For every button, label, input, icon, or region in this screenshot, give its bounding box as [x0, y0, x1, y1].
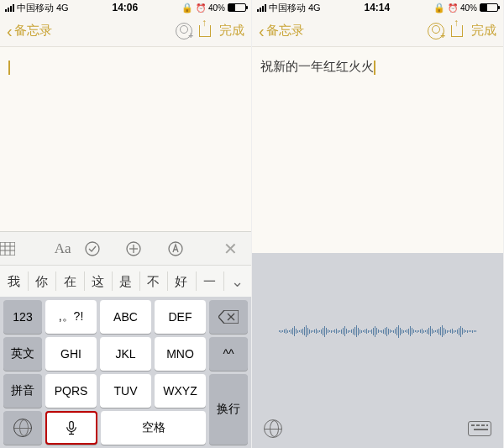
- suggestion-bar: 我 你 在 这 是 不 好 一 ⌄: [0, 265, 251, 297]
- chevron-left-icon: ‹: [259, 23, 265, 40]
- signal-icon: [5, 4, 14, 12]
- key-abc[interactable]: ABC: [100, 300, 151, 334]
- done-button[interactable]: 完成: [471, 23, 496, 39]
- format-toolbar: Aa ✕: [0, 231, 251, 265]
- status-bar: 中国移动 4G 14:14 🔒 ⏰ 40%: [252, 0, 503, 15]
- lock-icon: 🔒: [181, 3, 193, 13]
- phone-left: 中国移动 4G 14:06 🔒 ⏰ 40% ‹ 备忘录 完成 Aa: [0, 0, 252, 448]
- carrier-label: 中国移动: [17, 2, 54, 14]
- nav-bar: ‹ 备忘录 完成: [252, 15, 503, 47]
- suggestion-expand-icon[interactable]: ⌄: [223, 266, 251, 297]
- svg-rect-12: [70, 422, 74, 430]
- suggestion[interactable]: 在: [55, 266, 83, 297]
- back-label: 备忘录: [14, 23, 52, 39]
- dictation-panel: [252, 253, 503, 448]
- note-body[interactable]: [0, 47, 251, 231]
- svg-point-5: [86, 242, 99, 256]
- done-button[interactable]: 完成: [219, 23, 244, 39]
- network-label: 4G: [308, 3, 321, 13]
- suggestion[interactable]: 我: [0, 266, 28, 297]
- signal-icon: [257, 4, 266, 12]
- back-label: 备忘录: [266, 23, 304, 39]
- alarm-icon: ⏰: [448, 3, 458, 13]
- back-button[interactable]: ‹ 备忘录: [7, 23, 52, 40]
- key-def[interactable]: DEF: [155, 300, 206, 334]
- key-tuv[interactable]: TUV: [100, 374, 151, 408]
- battery-percent: 40%: [460, 3, 477, 13]
- back-button[interactable]: ‹ 备忘录: [259, 23, 304, 40]
- table-icon[interactable]: [0, 242, 42, 256]
- add-icon[interactable]: [125, 240, 167, 257]
- dismiss-keyboard-icon[interactable]: ✕: [209, 239, 251, 259]
- suggestion[interactable]: 是: [112, 266, 139, 297]
- key-pinyin[interactable]: 拼音: [3, 374, 42, 408]
- keyboard: 123 ,。?! ABC DEF 英文 GHI JKL MNO ^^ 拼音 PQ…: [0, 297, 251, 448]
- alarm-icon: ⏰: [196, 3, 206, 13]
- status-time: 14:06: [69, 2, 181, 13]
- battery-icon: [480, 3, 498, 12]
- globe-icon[interactable]: [264, 419, 282, 438]
- key-space[interactable]: 空格: [101, 411, 206, 445]
- share-icon[interactable]: [451, 25, 463, 37]
- key-ghi[interactable]: GHI: [45, 337, 97, 371]
- suggestion[interactable]: 不: [139, 266, 167, 297]
- checklist-icon[interactable]: [84, 240, 126, 257]
- phone-right: 中国移动 4G 14:14 🔒 ⏰ 40% ‹ 备忘录 完成 祝新的一年红红火火: [252, 0, 504, 448]
- carrier-label: 中国移动: [269, 2, 306, 14]
- status-bar: 中国移动 4G 14:06 🔒 ⏰ 40%: [0, 0, 251, 15]
- key-dictation[interactable]: [45, 411, 97, 445]
- lock-icon: 🔒: [433, 3, 445, 13]
- key-pqrs[interactable]: PQRS: [45, 374, 97, 408]
- text-cursor: [374, 61, 375, 75]
- battery-icon: [228, 3, 246, 12]
- key-newline[interactable]: 换行: [209, 374, 248, 445]
- note-text: 祝新的一年红红火火: [260, 59, 374, 73]
- key-emoji[interactable]: ^^: [209, 337, 248, 371]
- key-mno[interactable]: MNO: [155, 337, 206, 371]
- text-style-button[interactable]: Aa: [42, 240, 84, 257]
- key-lang-en[interactable]: 英文: [3, 337, 42, 371]
- text-cursor: [8, 61, 10, 75]
- key-punct[interactable]: ,。?!: [45, 300, 97, 334]
- key-jkl[interactable]: JKL: [100, 337, 151, 371]
- share-icon[interactable]: [199, 25, 211, 37]
- battery-percent: 40%: [208, 3, 225, 13]
- keyboard-icon[interactable]: [468, 421, 491, 436]
- network-label: 4G: [56, 3, 69, 13]
- suggestion[interactable]: 你: [28, 266, 55, 297]
- suggestion[interactable]: 好: [167, 266, 195, 297]
- key-backspace[interactable]: [209, 300, 248, 334]
- key-wxyz[interactable]: WXYZ: [155, 374, 206, 408]
- key-globe[interactable]: [3, 411, 42, 445]
- dictation-waveform: [252, 253, 503, 409]
- key-123[interactable]: 123: [3, 300, 42, 334]
- status-time: 14:14: [321, 2, 433, 13]
- nav-bar: ‹ 备忘录 完成: [0, 15, 251, 47]
- markup-icon[interactable]: [167, 240, 209, 257]
- note-body[interactable]: 祝新的一年红红火火: [252, 47, 503, 253]
- add-person-icon[interactable]: [428, 23, 444, 40]
- add-person-icon[interactable]: [176, 23, 192, 40]
- dictation-toolbar: [252, 409, 503, 448]
- suggestion[interactable]: 这: [84, 266, 112, 297]
- chevron-left-icon: ‹: [7, 23, 13, 40]
- suggestion[interactable]: 一: [196, 266, 223, 297]
- svg-rect-0: [0, 242, 15, 256]
